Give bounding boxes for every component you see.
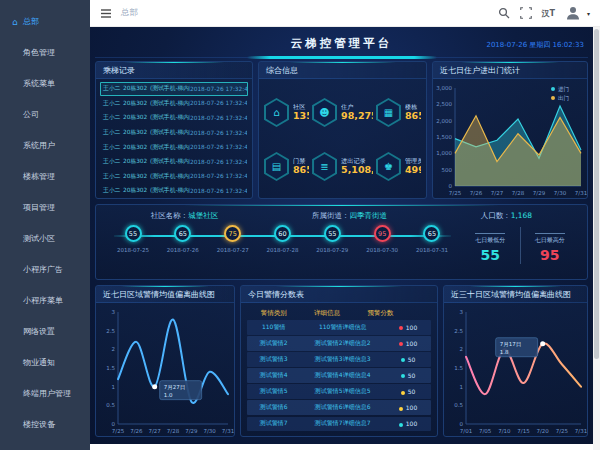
sidebar-item[interactable]: 角色管理 (0, 37, 90, 68)
alarm-detail: 测试警情7详细信息7 (300, 419, 385, 428)
sidebar-item[interactable]: 小程序菜单 (0, 285, 90, 316)
record-unit: 20栋302 (123, 143, 150, 152)
sidebar-item[interactable]: 楼栋管理 (0, 161, 90, 192)
record-name: 王小二 (103, 99, 123, 108)
sidebar-item[interactable]: 小程序广告 (0, 254, 90, 285)
language-switch-icon[interactable]: 汉T (542, 8, 555, 19)
alarm-table-row: 110警情 110警情详细信息 100 (247, 320, 431, 335)
community-score-band: 社区名称：城堡社区 所属街道：四季青街道 人口数：1,168 55 2018-0… (95, 204, 588, 280)
alarm-category: 测试警情5 (247, 387, 300, 396)
stat-value: 135 (293, 110, 309, 122)
community-field: 社区名称：城堡社区 (151, 211, 219, 221)
svg-text:1.5: 1.5 (454, 365, 463, 371)
svg-text:7/30: 7/30 (203, 428, 216, 434)
alarm-score: 100 (385, 420, 431, 427)
sidebar-item[interactable]: 系统菜单 (0, 68, 90, 99)
svg-text:0: 0 (460, 421, 464, 427)
stat-hexagon: ☻ (312, 98, 337, 127)
status-dot (399, 423, 403, 427)
top-row: 乘梯记录 王小二 20栋302 (测试手机-梯内门) 2018-07-26 17… (95, 61, 588, 199)
svg-text:7/05: 7/05 (479, 428, 492, 434)
timeline-date: 2018-07-28 (267, 247, 299, 253)
record-desc: (测试手机-梯内门) (150, 128, 190, 137)
breadcrumb[interactable]: 总部 (121, 7, 138, 19)
sidebar-item[interactable]: 测试小区 (0, 223, 90, 254)
svg-text:7/26: 7/26 (130, 428, 143, 434)
record-name: 王小二 (103, 113, 123, 122)
sidebar-item[interactable]: 系统用户 (0, 130, 90, 161)
panel-title: 综合信息 (259, 62, 426, 79)
ride-record-row: 王小二 20栋302 (测试手机-梯内门) 2018-07-26 17:32:4… (100, 184, 248, 198)
alarm-category: 110警情 (247, 323, 300, 332)
status-dot (399, 407, 403, 411)
alarm-table-row: 测试警情3 测试警情3详细信息3 50 (247, 352, 431, 367)
bottom-row: 近七日区域警情均值偏离曲线图 00.511.522.537/257/267/27… (95, 285, 588, 437)
alarm-score-value: 100 (406, 324, 417, 331)
record-desc: (测试手机-梯内门) (150, 157, 190, 166)
timeline-date: 2018-07-26 (167, 247, 199, 253)
svg-text:7/25: 7/25 (449, 190, 462, 196)
svg-text:7/29: 7/29 (185, 428, 198, 434)
search-icon[interactable] (498, 7, 510, 19)
alarm-score: 100 (385, 324, 431, 331)
svg-text:7/15: 7/15 (517, 428, 530, 434)
weekly-alarm-chart-panel: 近七日区域警情均值偏离曲线图 00.511.522.537/257/267/27… (95, 285, 235, 437)
avatar[interactable] (565, 5, 581, 21)
sidebar-item-label: 项目管理 (23, 202, 55, 213)
svg-text:7/27: 7/27 (491, 190, 504, 196)
stat-label: 住户 (341, 103, 373, 111)
stat-hexagon: ≣ (312, 152, 337, 181)
record-name: 王小二 (103, 128, 123, 137)
timeline-score: 65 (423, 225, 440, 242)
stat-label: 管理员 (405, 157, 421, 165)
timeline-score: 55 (324, 225, 341, 242)
svg-text:3: 3 (460, 309, 464, 315)
chart-canvas: 05001,0001,5002,0002,5003,0007/257/267/2… (433, 79, 587, 197)
sidebar-item[interactable]: 终端用户管理 (0, 378, 90, 409)
record-desc: (测试手机-梯内门) (150, 99, 190, 108)
stat-icon: ⌂ (266, 100, 287, 125)
summary-info-panel: 综合信息 ⌂ 社区 135 (258, 61, 427, 199)
sidebar-item[interactable]: 楼控设备 (0, 409, 90, 440)
chevron-down-icon[interactable]: ▾ (587, 10, 590, 17)
fullscreen-icon[interactable] (520, 7, 532, 19)
svg-text:500: 500 (442, 167, 453, 173)
scrollbar[interactable] (593, 27, 600, 450)
min-score-label: 七日最低分 (475, 233, 505, 245)
sidebar-item[interactable]: 网络设置 (0, 316, 90, 347)
alarm-table-row: 测试警情2 测试警情2详细信息2 100 (247, 336, 431, 351)
svg-text:2: 2 (112, 346, 116, 352)
topbar: 总部 汉T ▾ (90, 0, 600, 27)
svg-text:3: 3 (112, 309, 116, 315)
record-desc: (测试手机-梯内门) (150, 186, 190, 195)
alarm-detail: 测试警情4详细信息4 (300, 371, 385, 380)
stat-hexagon: ♚ (376, 152, 401, 181)
sidebar-item[interactable]: 公司 (0, 99, 90, 130)
alarm-detail: 测试警情3详细信息3 (300, 355, 385, 364)
sidebar-item[interactable]: 项目管理 (0, 192, 90, 223)
alarm-detail: 测试警情5详细信息5 (300, 387, 385, 396)
alarm-score: 100 (385, 340, 431, 347)
svg-text:1: 1 (460, 384, 464, 390)
alarm-score-value: 100 (406, 420, 417, 427)
alarm-category: 测试警情6 (247, 403, 300, 412)
alarm-detail: 测试警情2详细信息2 (300, 339, 385, 348)
field-value: 城堡社区 (188, 211, 218, 220)
hamburger-icon[interactable] (100, 8, 112, 19)
svg-text:7月27日: 7月27日 (164, 384, 186, 391)
field-label: 社区名称： (151, 211, 189, 220)
sidebar-item[interactable]: ⌂ 总部 (0, 6, 90, 37)
record-desc: (测试手机-梯内门) (150, 113, 190, 122)
ride-record-row: 王小二 20栋302 (测试手机-梯内门) 2018-07-26 17:32:4… (100, 170, 248, 184)
timeline-date: 2018-07-30 (366, 247, 398, 253)
alarm-table-header: 警情类别 详细信息 预警分数 (247, 306, 431, 320)
alarm-column-header: 详细信息 (300, 309, 353, 318)
alarm-category: 测试警情7 (247, 419, 300, 428)
svg-text:2,000: 2,000 (436, 118, 452, 124)
sidebar-item[interactable]: 物业通知 (0, 347, 90, 378)
svg-text:7/31: 7/31 (222, 428, 234, 434)
alarm-detail: 110警情详细信息 (300, 323, 385, 332)
dashboard-header: 云梯控管理平台 2018-07-26 星期四 16:02:33 (95, 32, 588, 58)
scrollbar-thumb[interactable] (594, 29, 599, 359)
stat-label: 社区 (293, 103, 309, 111)
